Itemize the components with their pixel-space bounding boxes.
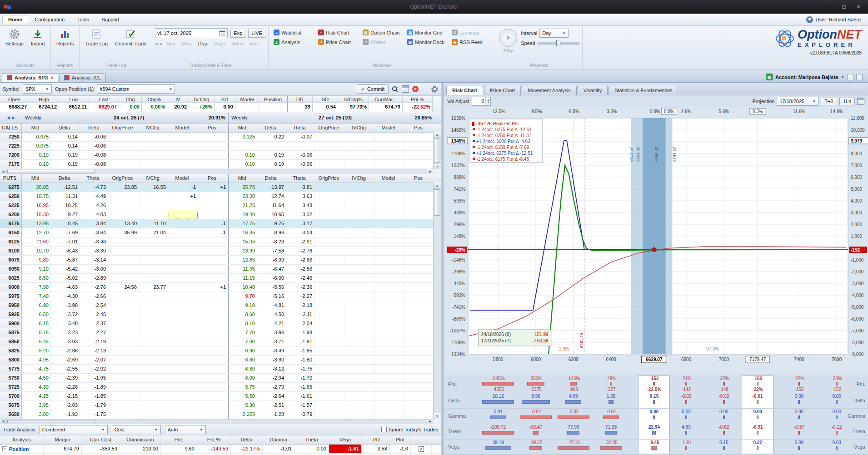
- chain-cell[interactable]: [404, 274, 434, 282]
- chain-cell[interactable]: 7.70: [228, 328, 257, 337]
- chain-cell[interactable]: [198, 328, 228, 337]
- chain-cell[interactable]: [345, 356, 374, 364]
- commit-button[interactable]: ✓Commit: [357, 84, 389, 94]
- strike-cell[interactable]: 6025: [0, 274, 22, 282]
- chain-cell[interactable]: [139, 301, 168, 310]
- chain-cell[interactable]: 0.075: [22, 142, 51, 150]
- chain-cell[interactable]: -2.39: [51, 374, 80, 382]
- chain-cell[interactable]: [108, 346, 139, 355]
- close-button[interactable]: ×: [852, 2, 865, 11]
- chain-cell[interactable]: [374, 328, 404, 337]
- chain-cell[interactable]: [314, 292, 345, 301]
- chain-cell[interactable]: -3.30: [80, 247, 108, 255]
- chain-cell[interactable]: -10.65: [257, 210, 286, 219]
- chain-cell[interactable]: [404, 356, 434, 364]
- strike-cell[interactable]: 7250: [0, 133, 22, 141]
- chain-cell[interactable]: [404, 301, 434, 310]
- chain-cell[interactable]: 35.99: [108, 228, 139, 237]
- chain-cell[interactable]: [374, 346, 404, 355]
- strike-cell[interactable]: 6075: [0, 256, 22, 264]
- chain-cell[interactable]: [168, 151, 198, 159]
- chain-cell[interactable]: [404, 310, 434, 319]
- exp-button[interactable]: Exp: [230, 29, 245, 38]
- chain-cell[interactable]: [314, 274, 345, 282]
- chain-cell[interactable]: [404, 365, 434, 373]
- column-header-ivchg[interactable]: IVChg: [139, 174, 168, 183]
- chain-cell[interactable]: [345, 383, 374, 391]
- chain-cell[interactable]: 12.70: [22, 228, 51, 237]
- chain-cell[interactable]: -0.08: [80, 151, 108, 159]
- chain-cell[interactable]: [345, 374, 374, 382]
- chain-cell[interactable]: [139, 265, 168, 273]
- chain-cell[interactable]: [198, 401, 228, 410]
- column-header-theta[interactable]: Theta: [80, 124, 108, 132]
- risk-chart[interactable]: 6513.576551.326646.826744.57-457.26 Real…: [444, 107, 868, 375]
- chain-cell[interactable]: [404, 183, 434, 192]
- strike-cell[interactable]: 6250: [0, 192, 22, 201]
- chain-cell[interactable]: [139, 192, 168, 201]
- chain-cell[interactable]: -4.50: [257, 310, 286, 319]
- chain-cell[interactable]: [345, 274, 374, 282]
- menu-configuration[interactable]: Configuration: [29, 15, 70, 24]
- chain-cell[interactable]: [198, 337, 228, 346]
- chain-cell[interactable]: [374, 265, 404, 273]
- strike-cell[interactable]: 6200: [0, 210, 22, 219]
- chain-cell[interactable]: [345, 160, 374, 168]
- chain-cell[interactable]: [345, 410, 374, 419]
- chain-cell[interactable]: -5.42: [51, 265, 80, 273]
- chain-cell[interactable]: [108, 237, 139, 246]
- chain-cell[interactable]: [139, 247, 168, 255]
- chain-cell[interactable]: [374, 192, 404, 201]
- trading-date-input[interactable]: vi. 17 oct. 2025: [155, 28, 228, 38]
- expiry-right[interactable]: Weekly 27 oct. 25 (10) 20.85%: [228, 112, 434, 123]
- chain-cell[interactable]: [108, 301, 139, 310]
- chain-cell[interactable]: [139, 319, 168, 328]
- chain-cell[interactable]: [314, 383, 345, 391]
- chain-cell[interactable]: 6.60: [228, 356, 257, 364]
- column-header-theta[interactable]: Theta: [286, 174, 314, 183]
- chain-cell[interactable]: 11.95: [228, 265, 257, 273]
- chain-cell[interactable]: 6.90: [22, 301, 51, 310]
- chain-cell[interactable]: -1.28: [257, 410, 286, 419]
- chain-cell[interactable]: [314, 219, 345, 228]
- strike-cell[interactable]: 6000: [0, 283, 22, 292]
- chain-cell[interactable]: -1.95: [80, 374, 108, 382]
- chain-cell[interactable]: [404, 346, 434, 355]
- chain-cell[interactable]: [374, 310, 404, 319]
- chain-vscrollbar[interactable]: ▲▼: [433, 132, 441, 169]
- chain-cell[interactable]: -1.61: [286, 392, 314, 401]
- chain-cell[interactable]: 8.50: [22, 274, 51, 282]
- chain-cell[interactable]: 0.125: [228, 133, 257, 141]
- chain-cell[interactable]: [168, 365, 198, 373]
- chain-cell[interactable]: 13.90: [228, 247, 257, 255]
- chain-cell[interactable]: [198, 256, 228, 264]
- chain-cell[interactable]: -0.06: [286, 160, 314, 168]
- column-header-mid[interactable]: Mid: [22, 174, 51, 183]
- chain-cell[interactable]: [314, 337, 345, 346]
- chain-cell[interactable]: [314, 374, 345, 382]
- chain-cell[interactable]: [374, 247, 404, 255]
- chain-cell[interactable]: [314, 319, 345, 328]
- strike-cell[interactable]: 5925: [0, 310, 22, 319]
- chain-cell[interactable]: -2.36: [286, 283, 314, 292]
- chain-cell[interactable]: -5.16: [257, 292, 286, 301]
- chain-cell[interactable]: -3.48: [51, 319, 80, 328]
- chain-cell[interactable]: -1.98: [286, 328, 314, 337]
- strike-cell[interactable]: 6100: [0, 247, 22, 255]
- chain-cell[interactable]: 8.60: [228, 310, 257, 319]
- strike-cell[interactable]: 5900: [0, 319, 22, 328]
- chain-cell[interactable]: [168, 292, 198, 301]
- symbol-select[interactable]: SPX▼: [23, 84, 52, 94]
- chain-cell[interactable]: -5.56: [257, 283, 286, 292]
- chain-cell[interactable]: [198, 292, 228, 301]
- chain-cell[interactable]: -2.19: [80, 337, 108, 346]
- strike-cell[interactable]: 7200: [0, 151, 22, 159]
- tab-volatility[interactable]: Volatility: [578, 86, 608, 95]
- chain-cell[interactable]: -8.45: [51, 219, 80, 228]
- chain-cell[interactable]: -4.03: [80, 210, 108, 219]
- chain-cell[interactable]: -3.64: [80, 228, 108, 237]
- chain-cell[interactable]: -1.89: [80, 383, 108, 391]
- chain-cell[interactable]: [139, 256, 168, 264]
- chain-cell[interactable]: [404, 319, 434, 328]
- chain-cell[interactable]: 11.15: [228, 274, 257, 282]
